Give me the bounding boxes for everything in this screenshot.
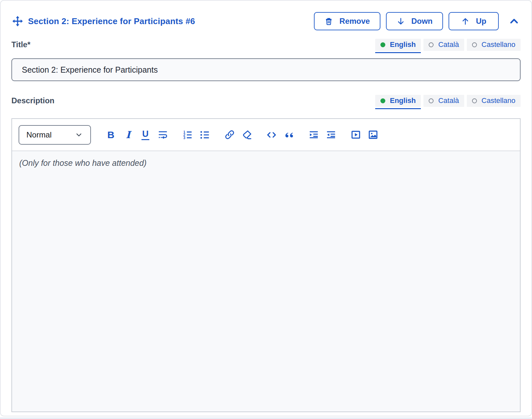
video-icon (350, 129, 361, 140)
indent-decrease-icon (326, 129, 336, 140)
indent-increase-icon (308, 129, 319, 140)
empty-circle-icon (472, 42, 477, 47)
image-button[interactable] (367, 128, 379, 141)
lang-tab-catala[interactable]: Català (423, 95, 464, 107)
lang-tab-english[interactable]: English (375, 95, 421, 107)
section-header: Section 2: Experience for Participants #… (11, 12, 521, 31)
svg-text:3: 3 (183, 136, 185, 139)
description-label: Description (11, 96, 54, 105)
blockquote-button[interactable] (283, 128, 295, 141)
lang-tab-castellano-label: Castellano (481, 96, 515, 105)
eraser-button[interactable] (241, 128, 253, 141)
description-rich-text-editor: Normal B I U (11, 118, 521, 412)
arrow-down-icon (396, 17, 405, 26)
bullet-list-icon (200, 130, 210, 140)
paragraph-format-select[interactable]: Normal (19, 125, 91, 145)
indent-increase-button[interactable] (307, 128, 320, 141)
bold-icon: B (107, 129, 114, 140)
move-icon[interactable] (11, 15, 24, 27)
down-button-label: Down (411, 17, 433, 26)
title-input[interactable] (11, 58, 521, 81)
chevron-up-icon (509, 16, 520, 27)
description-language-tabs: English Català Castellano (375, 95, 521, 107)
italic-button[interactable]: I (122, 128, 134, 141)
lang-tab-english-label: English (390, 96, 416, 105)
lang-tab-castellano-label: Castellano (481, 40, 515, 49)
up-button[interactable]: Up (449, 12, 499, 30)
paragraph-format-value: Normal (26, 130, 52, 139)
video-button[interactable] (349, 128, 362, 141)
description-editor-content[interactable]: (Only for those who have attended) (12, 151, 520, 412)
remove-button[interactable]: Remove (314, 12, 380, 30)
title-label: Title* (11, 40, 30, 49)
filled-dot-icon (380, 98, 385, 103)
title-language-tabs: English Català Castellano (375, 39, 521, 51)
lang-tab-catala[interactable]: Català (423, 39, 464, 51)
link-icon (224, 129, 235, 140)
code-icon (266, 129, 277, 140)
lang-tab-catala-label: Català (438, 96, 459, 105)
lang-tab-castellano[interactable]: Castellano (467, 39, 521, 51)
next-section-edge (0, 417, 532, 419)
trash-icon (324, 17, 333, 26)
description-field-row: Description English Català Castellano (11, 94, 521, 107)
section-actions: Remove Down Up (314, 12, 521, 30)
lang-tab-catala-label: Català (438, 40, 459, 49)
title-field-row: Title* English Català Castellano (11, 38, 521, 51)
editor-toolbar: Normal B I U (12, 119, 520, 151)
empty-circle-icon (429, 42, 434, 47)
arrow-up-icon (461, 17, 470, 26)
text-wrap-icon (157, 129, 168, 140)
lang-tab-english-label: English (390, 40, 416, 49)
underline-button[interactable]: U (139, 128, 152, 141)
text-wrap-button[interactable] (156, 128, 169, 141)
up-button-label: Up (476, 17, 486, 26)
empty-circle-icon (429, 98, 434, 103)
ordered-list-button[interactable]: 123 (181, 128, 194, 141)
italic-icon: I (126, 129, 130, 140)
empty-circle-icon (472, 98, 477, 103)
section-editor-card: Section 2: Experience for Participants #… (0, 0, 532, 416)
image-icon (368, 129, 378, 140)
bullet-list-button[interactable] (199, 128, 211, 141)
blockquote-icon (284, 130, 294, 140)
bold-button[interactable]: B (105, 128, 117, 141)
ordered-list-icon: 123 (182, 130, 193, 140)
down-button[interactable]: Down (386, 12, 443, 30)
indent-decrease-button[interactable] (325, 128, 337, 141)
remove-button-label: Remove (339, 17, 370, 26)
lang-tab-english[interactable]: English (375, 39, 421, 51)
section-header-left: Section 2: Experience for Participants #… (11, 15, 195, 27)
code-button[interactable] (265, 128, 278, 141)
underline-icon: U (141, 129, 149, 140)
chevron-down-icon (75, 131, 83, 139)
description-text: (Only for those who have attended) (19, 158, 513, 168)
collapse-section-button[interactable] (508, 15, 521, 28)
filled-dot-icon (380, 42, 385, 47)
eraser-icon (242, 129, 252, 140)
section-title: Section 2: Experience for Participants #… (28, 16, 195, 26)
lang-tab-castellano[interactable]: Castellano (467, 95, 521, 107)
link-button[interactable] (223, 128, 236, 141)
